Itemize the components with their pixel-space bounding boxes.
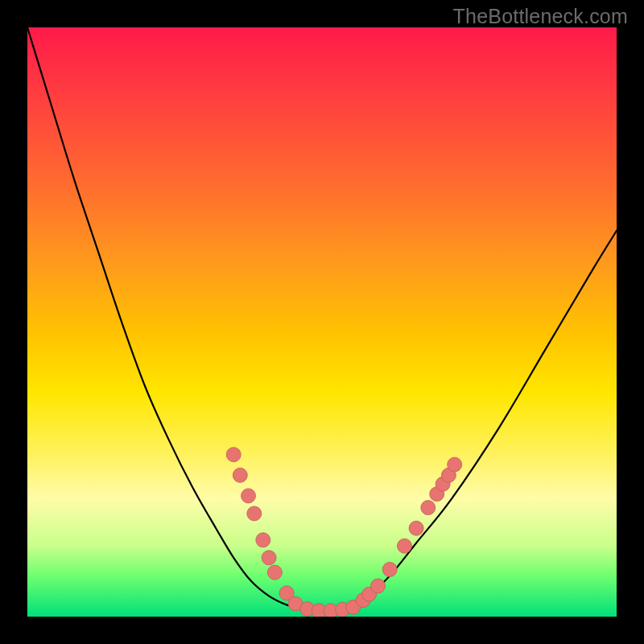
marker-dot xyxy=(233,468,247,482)
marker-dot xyxy=(421,501,436,515)
marker-dot xyxy=(398,539,412,553)
marker-dot xyxy=(448,457,462,472)
marker-dot xyxy=(256,533,270,547)
marker-dot xyxy=(247,506,262,521)
chart-plot-area xyxy=(27,27,617,617)
marker-dot xyxy=(267,565,282,580)
marker-dot xyxy=(226,448,241,462)
chart-svg xyxy=(27,27,617,617)
chart-frame: TheBottleneck.com xyxy=(0,0,644,644)
watermark-text: TheBottleneck.com xyxy=(453,5,628,28)
marker-dot xyxy=(382,562,397,576)
marker-dot xyxy=(409,521,423,535)
marker-dot xyxy=(242,489,256,503)
marker-dot xyxy=(371,579,386,593)
marker-dot xyxy=(262,551,276,565)
curve-line xyxy=(27,27,617,611)
